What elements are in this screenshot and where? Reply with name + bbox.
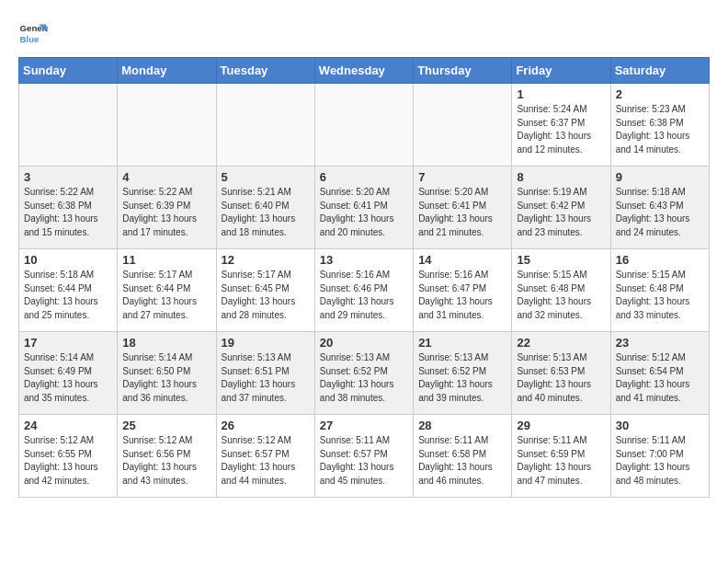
calendar-cell: 26Sunrise: 5:12 AM Sunset: 6:57 PM Dayli…: [216, 415, 314, 498]
day-number: 4: [122, 170, 210, 184]
svg-text:Blue: Blue: [20, 34, 40, 44]
day-number: 7: [418, 170, 506, 184]
calendar-cell: 16Sunrise: 5:15 AM Sunset: 6:48 PM Dayli…: [610, 249, 709, 332]
col-header-saturday: Saturday: [610, 58, 709, 84]
day-info: Sunrise: 5:11 AM Sunset: 6:59 PM Dayligh…: [517, 434, 605, 488]
day-info: Sunrise: 5:11 AM Sunset: 6:57 PM Dayligh…: [320, 434, 408, 488]
calendar-cell: 24Sunrise: 5:12 AM Sunset: 6:55 PM Dayli…: [19, 415, 118, 498]
day-info: Sunrise: 5:19 AM Sunset: 6:42 PM Dayligh…: [517, 186, 605, 239]
day-number: 3: [24, 170, 112, 184]
day-number: 30: [616, 419, 704, 432]
day-number: 5: [222, 170, 310, 184]
logo: General Blue: [18, 18, 48, 48]
day-info: Sunrise: 5:17 AM Sunset: 6:44 PM Dayligh…: [122, 269, 210, 322]
day-info: Sunrise: 5:15 AM Sunset: 6:48 PM Dayligh…: [616, 269, 704, 322]
day-info: Sunrise: 5:23 AM Sunset: 6:38 PM Dayligh…: [616, 103, 704, 156]
calendar-cell: 15Sunrise: 5:15 AM Sunset: 6:48 PM Dayli…: [512, 249, 610, 332]
calendar-cell: [118, 84, 216, 167]
day-number: 25: [122, 419, 210, 432]
calendar-cell: 5Sunrise: 5:21 AM Sunset: 6:40 PM Daylig…: [216, 167, 314, 249]
day-number: 23: [616, 336, 704, 350]
day-number: 6: [320, 170, 408, 184]
calendar-cell: 11Sunrise: 5:17 AM Sunset: 6:44 PM Dayli…: [118, 249, 216, 332]
col-header-friday: Friday: [512, 58, 610, 84]
day-number: 1: [517, 87, 605, 101]
col-header-sunday: Sunday: [19, 58, 118, 84]
calendar-cell: 19Sunrise: 5:13 AM Sunset: 6:51 PM Dayli…: [216, 332, 314, 415]
day-info: Sunrise: 5:12 AM Sunset: 6:57 PM Dayligh…: [222, 434, 310, 488]
day-number: 27: [320, 419, 408, 432]
day-number: 9: [616, 170, 704, 184]
day-number: 16: [616, 253, 704, 267]
day-info: Sunrise: 5:17 AM Sunset: 6:45 PM Dayligh…: [222, 269, 310, 322]
col-header-wednesday: Wednesday: [314, 58, 413, 84]
calendar-cell: 1Sunrise: 5:24 AM Sunset: 6:37 PM Daylig…: [512, 84, 610, 167]
day-number: 29: [517, 419, 605, 432]
day-number: 19: [222, 336, 310, 350]
calendar-cell: [314, 84, 413, 167]
day-number: 21: [418, 336, 506, 350]
calendar-cell: 21Sunrise: 5:13 AM Sunset: 6:52 PM Dayli…: [414, 332, 512, 415]
calendar-cell: 18Sunrise: 5:14 AM Sunset: 6:50 PM Dayli…: [118, 332, 216, 415]
day-info: Sunrise: 5:22 AM Sunset: 6:38 PM Dayligh…: [24, 186, 112, 239]
day-info: Sunrise: 5:11 AM Sunset: 7:00 PM Dayligh…: [616, 434, 704, 488]
day-info: Sunrise: 5:11 AM Sunset: 6:58 PM Dayligh…: [418, 434, 506, 488]
day-number: 11: [122, 253, 210, 267]
calendar-cell: 25Sunrise: 5:12 AM Sunset: 6:56 PM Dayli…: [118, 415, 216, 498]
day-number: 26: [222, 419, 310, 432]
calendar-cell: 4Sunrise: 5:22 AM Sunset: 6:39 PM Daylig…: [118, 167, 216, 249]
day-number: 14: [418, 253, 506, 267]
calendar-cell: 22Sunrise: 5:13 AM Sunset: 6:53 PM Dayli…: [512, 332, 610, 415]
day-number: 24: [24, 419, 112, 432]
day-info: Sunrise: 5:15 AM Sunset: 6:48 PM Dayligh…: [517, 269, 605, 322]
day-number: 17: [24, 336, 112, 350]
day-info: Sunrise: 5:12 AM Sunset: 6:54 PM Dayligh…: [616, 351, 704, 405]
day-info: Sunrise: 5:14 AM Sunset: 6:49 PM Dayligh…: [24, 351, 112, 405]
calendar-cell: [414, 84, 512, 167]
day-number: 10: [24, 253, 112, 267]
day-number: 20: [320, 336, 408, 350]
calendar-cell: 7Sunrise: 5:20 AM Sunset: 6:41 PM Daylig…: [414, 167, 512, 249]
calendar-cell: 20Sunrise: 5:13 AM Sunset: 6:52 PM Dayli…: [314, 332, 413, 415]
day-number: 12: [222, 253, 310, 267]
day-info: Sunrise: 5:13 AM Sunset: 6:52 PM Dayligh…: [320, 351, 408, 405]
day-info: Sunrise: 5:13 AM Sunset: 6:52 PM Dayligh…: [418, 351, 506, 405]
calendar-cell: 27Sunrise: 5:11 AM Sunset: 6:57 PM Dayli…: [314, 415, 413, 498]
day-info: Sunrise: 5:22 AM Sunset: 6:39 PM Dayligh…: [122, 186, 210, 239]
day-info: Sunrise: 5:12 AM Sunset: 6:55 PM Dayligh…: [24, 434, 112, 488]
calendar-cell: 29Sunrise: 5:11 AM Sunset: 6:59 PM Dayli…: [512, 415, 610, 498]
day-info: Sunrise: 5:16 AM Sunset: 6:46 PM Dayligh…: [320, 269, 408, 322]
calendar-cell: 3Sunrise: 5:22 AM Sunset: 6:38 PM Daylig…: [19, 167, 118, 249]
day-number: 15: [517, 253, 605, 267]
calendar-cell: [216, 84, 314, 167]
day-info: Sunrise: 5:16 AM Sunset: 6:47 PM Dayligh…: [418, 269, 506, 322]
calendar-cell: 2Sunrise: 5:23 AM Sunset: 6:38 PM Daylig…: [610, 84, 709, 167]
day-info: Sunrise: 5:13 AM Sunset: 6:53 PM Dayligh…: [517, 351, 605, 405]
day-number: 8: [517, 170, 605, 184]
header: General Blue: [18, 18, 710, 48]
col-header-thursday: Thursday: [414, 58, 512, 84]
calendar-cell: 6Sunrise: 5:20 AM Sunset: 6:41 PM Daylig…: [314, 167, 413, 249]
calendar-cell: 12Sunrise: 5:17 AM Sunset: 6:45 PM Dayli…: [216, 249, 314, 332]
calendar-cell: 10Sunrise: 5:18 AM Sunset: 6:44 PM Dayli…: [19, 249, 118, 332]
calendar-cell: 17Sunrise: 5:14 AM Sunset: 6:49 PM Dayli…: [19, 332, 118, 415]
calendar-cell: 30Sunrise: 5:11 AM Sunset: 7:00 PM Dayli…: [610, 415, 709, 498]
day-info: Sunrise: 5:20 AM Sunset: 6:41 PM Dayligh…: [320, 186, 408, 239]
calendar-cell: 28Sunrise: 5:11 AM Sunset: 6:58 PM Dayli…: [414, 415, 512, 498]
calendar-cell: 8Sunrise: 5:19 AM Sunset: 6:42 PM Daylig…: [512, 167, 610, 249]
day-number: 18: [122, 336, 210, 350]
day-info: Sunrise: 5:13 AM Sunset: 6:51 PM Dayligh…: [222, 351, 310, 405]
day-info: Sunrise: 5:14 AM Sunset: 6:50 PM Dayligh…: [122, 351, 210, 405]
calendar-cell: 23Sunrise: 5:12 AM Sunset: 6:54 PM Dayli…: [610, 332, 709, 415]
day-info: Sunrise: 5:12 AM Sunset: 6:56 PM Dayligh…: [122, 434, 210, 488]
calendar-cell: 14Sunrise: 5:16 AM Sunset: 6:47 PM Dayli…: [414, 249, 512, 332]
day-info: Sunrise: 5:24 AM Sunset: 6:37 PM Dayligh…: [517, 103, 605, 156]
day-info: Sunrise: 5:18 AM Sunset: 6:43 PM Dayligh…: [616, 186, 704, 239]
day-number: 22: [517, 336, 605, 350]
col-header-monday: Monday: [118, 58, 216, 84]
calendar-cell: 13Sunrise: 5:16 AM Sunset: 6:46 PM Dayli…: [314, 249, 413, 332]
day-info: Sunrise: 5:20 AM Sunset: 6:41 PM Dayligh…: [418, 186, 506, 239]
day-number: 28: [418, 419, 506, 432]
calendar-cell: [19, 84, 118, 167]
calendar-table: SundayMondayTuesdayWednesdayThursdayFrid…: [18, 57, 710, 498]
